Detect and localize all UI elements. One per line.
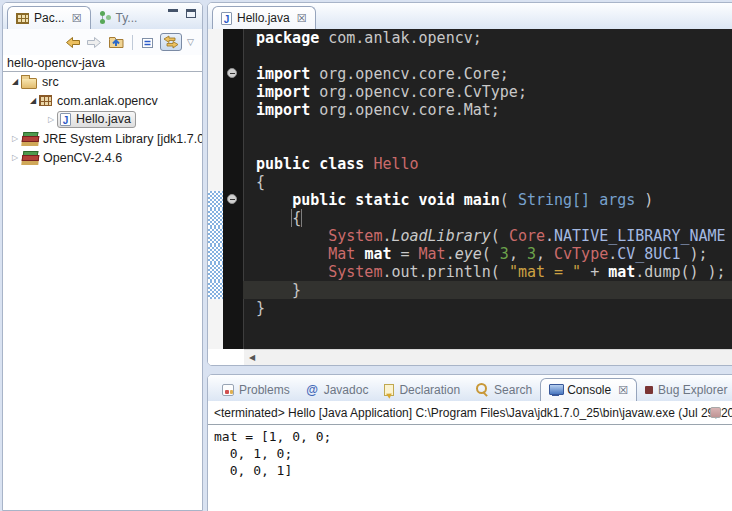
- editor-tab-hello-java[interactable]: Hello.java ☒: [212, 6, 316, 29]
- fold-gutter: [223, 137, 243, 155]
- view-window-buttons: [168, 9, 196, 18]
- code-lines[interactable]: package com.anlak.opencv;import org.open…: [208, 29, 732, 349]
- go-into-folder-button[interactable]: [107, 34, 125, 50]
- tree-item-content: src: [21, 75, 59, 89]
- code-text: package com.anlak.opencv;: [243, 29, 732, 47]
- view-menu-icon[interactable]: ▽: [187, 37, 194, 47]
- scroll-left-icon[interactable]: ◀: [249, 353, 255, 362]
- tree-item-com-anlak-opencv[interactable]: ◢com.anlak.opencv: [3, 91, 202, 110]
- package-folder: [21, 78, 37, 89]
- tree-item-label: com.anlak.opencv: [57, 94, 158, 108]
- bug-icon: [645, 386, 653, 394]
- view-tab-javadoc[interactable]: @Javadoc: [298, 378, 377, 401]
- expand-arrow-icon[interactable]: ▷: [9, 134, 21, 143]
- tab-label: Console: [567, 383, 611, 397]
- view-tab-console[interactable]: Console☒: [540, 378, 637, 401]
- tree-item-content: JRE System Library [jdk1.7.0: [21, 132, 202, 146]
- code-line: package com.anlak.opencv;: [208, 29, 732, 47]
- package: [39, 95, 52, 106]
- annotation-ruler: [208, 173, 223, 191]
- annotation-ruler: [208, 47, 223, 65]
- code-text: public class Hello: [243, 155, 732, 173]
- package-explorer-tree: hello-opencv-java ◢src◢com.anlak.opencv▷…: [3, 55, 202, 511]
- fold-gutter: [223, 209, 243, 227]
- view-tab-problems[interactable]: Problems: [214, 378, 298, 401]
- collapse-all-button[interactable]: [140, 35, 155, 50]
- terminate-button[interactable]: [710, 407, 721, 418]
- tree-item-content: com.anlak.opencv: [39, 94, 158, 108]
- tree-item-jre-system-library-jdk1-7-0[interactable]: ▷JRE System Library [jdk1.7.0: [3, 129, 202, 148]
- forward-button[interactable]: [86, 35, 102, 50]
- tree-item-hello-java[interactable]: ▷Hello.java: [3, 110, 202, 129]
- project-label: hello-opencv-java: [7, 56, 105, 70]
- java-file: [60, 113, 71, 126]
- minimize-view-button[interactable]: [168, 9, 178, 18]
- tree-item-src[interactable]: ◢src: [3, 72, 202, 91]
- tab-label: Bug Explorer: [658, 383, 727, 397]
- view-tab-bug-explorer[interactable]: Bug Explorer: [637, 378, 732, 401]
- annotation-ruler: [208, 119, 223, 137]
- code-line: [208, 137, 732, 155]
- close-tab-icon[interactable]: ☒: [618, 385, 628, 396]
- fold-gutter: [223, 299, 243, 317]
- code-line: }: [208, 299, 732, 317]
- tree-item-label: OpenCV-2.4.6: [43, 151, 122, 165]
- range-indicator: [208, 191, 223, 209]
- range-indicator: [208, 227, 223, 245]
- annotation-ruler: [208, 83, 223, 101]
- close-tab-icon[interactable]: ☒: [297, 13, 307, 24]
- expand-arrow-icon[interactable]: ▷: [45, 115, 57, 124]
- tree-item-opencv-2-4-6[interactable]: ▷OpenCV-2.4.6: [3, 148, 202, 167]
- code-line: [208, 47, 732, 65]
- tab-label: Javadoc: [324, 383, 369, 397]
- tab-label: Ty...: [116, 11, 138, 25]
- view-tabs: Pac...☒Ty...: [3, 3, 145, 29]
- code-text: [243, 119, 732, 137]
- code-line: {: [208, 209, 732, 227]
- fold-gutter: [223, 83, 243, 101]
- fold-gutter: [223, 173, 243, 191]
- view-tab-pac[interactable]: Pac...☒: [7, 6, 91, 29]
- range-indicator: [208, 281, 223, 299]
- code-line: import org.opencv.core.Mat;: [208, 101, 732, 119]
- console-output[interactable]: mat = [1, 0, 0; 0, 1, 0; 0, 0, 1]: [208, 425, 732, 482]
- tree-root-project[interactable]: hello-opencv-java: [3, 55, 202, 72]
- fold-collapse-icon[interactable]: [227, 194, 237, 204]
- code-line: [208, 119, 732, 137]
- code-line-current: }: [208, 281, 732, 299]
- fold-gutter: [223, 191, 243, 209]
- view-tabs: Problems@JavadocDeclarationSearchConsole…: [208, 375, 732, 401]
- annotation-ruler: [208, 29, 223, 47]
- code-text: System.out.println( "mat = " + mat.dump(…: [243, 263, 732, 281]
- back-button[interactable]: [65, 35, 81, 50]
- annotation-ruler: [208, 137, 223, 155]
- toolbar-separator: [132, 35, 133, 50]
- collapse-arrow-icon[interactable]: ◢: [9, 77, 21, 86]
- code-editor[interactable]: package com.anlak.opencv;import org.open…: [208, 29, 732, 365]
- code-text: {: [243, 209, 732, 227]
- view-tab-search[interactable]: Search: [468, 378, 540, 401]
- view-tab-declaration[interactable]: Declaration: [376, 378, 468, 401]
- annotation-ruler: [208, 155, 223, 173]
- collapse-arrow-icon[interactable]: ◢: [27, 96, 39, 105]
- editor-area: Hello.java ☒ package com.anlak.opencv;im…: [207, 2, 732, 366]
- tab-label: Search: [494, 383, 532, 397]
- maximize-view-button[interactable]: [186, 9, 196, 18]
- fold-gutter: [223, 101, 243, 119]
- tab-label: Pac...: [34, 11, 65, 25]
- annotation-ruler: [208, 101, 223, 119]
- code-text: }: [243, 299, 732, 317]
- link-with-editor-button[interactable]: [160, 33, 182, 51]
- editor-tabbar: Hello.java ☒: [208, 3, 732, 29]
- editor-tab-label: Hello.java: [237, 11, 290, 25]
- annotation-ruler: [208, 299, 223, 317]
- view-tab-ty[interactable]: Ty...: [91, 6, 146, 29]
- fold-gutter: [223, 29, 243, 47]
- fold-collapse-icon[interactable]: [227, 68, 237, 78]
- fold-gutter: [223, 119, 243, 137]
- editor-horizontal-scrollbar[interactable]: ◀: [244, 349, 732, 365]
- java-file-icon: [221, 12, 232, 25]
- close-tab-icon[interactable]: ☒: [72, 13, 82, 24]
- expand-arrow-icon[interactable]: ▷: [9, 153, 21, 162]
- console-icon: [549, 384, 562, 396]
